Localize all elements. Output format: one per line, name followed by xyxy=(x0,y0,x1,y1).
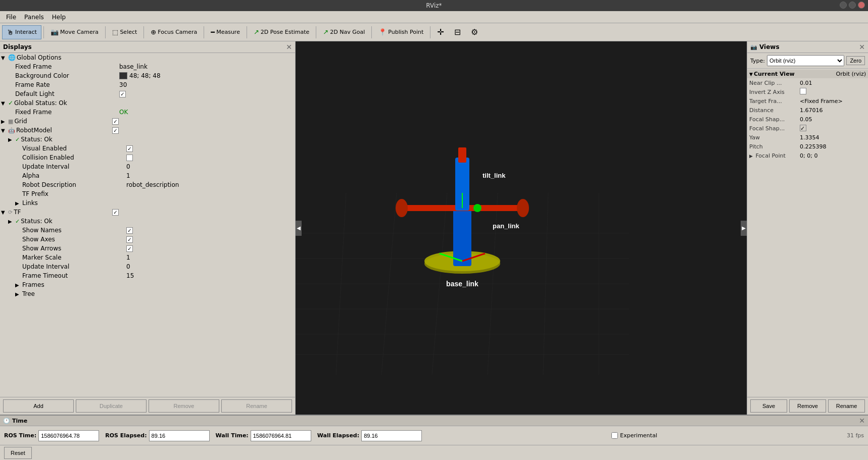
global-status-expand[interactable] xyxy=(1,100,7,106)
frame-rate-row[interactable]: Frame Rate 30 xyxy=(0,80,295,89)
near-clip-row[interactable]: Near Clip ... 0.01 xyxy=(747,78,868,87)
select-button[interactable]: ⬚ Select xyxy=(108,25,141,39)
global-options-row[interactable]: 🌐 Global Options xyxy=(0,53,295,62)
robot-model-checkbox[interactable] xyxy=(112,127,119,134)
default-light-row[interactable]: Default Light xyxy=(0,89,295,98)
menu-file[interactable]: File xyxy=(2,13,20,22)
current-view-expand[interactable]: ▼ xyxy=(749,72,753,77)
remove-button[interactable]: Remove xyxy=(149,399,219,413)
reset-button[interactable]: Reset xyxy=(4,447,32,459)
focal-shape1-row[interactable]: Focal Shap... 0.05 xyxy=(747,115,868,124)
global-options-expand[interactable] xyxy=(1,55,7,61)
wall-elapsed-input[interactable] xyxy=(361,430,422,441)
grid-expand[interactable] xyxy=(1,119,7,124)
minimize-button[interactable] xyxy=(840,2,847,9)
collapse-right-button[interactable]: ▶ xyxy=(741,221,747,236)
ros-time-input[interactable] xyxy=(38,430,99,441)
fixed-frame-row[interactable]: Fixed Frame base_link xyxy=(0,62,295,71)
alpha-row[interactable]: Alpha 1 xyxy=(0,171,295,180)
rename-button[interactable]: Rename xyxy=(221,399,292,413)
maximize-button[interactable] xyxy=(849,2,856,9)
add-button[interactable]: Add xyxy=(3,399,74,413)
pose-estimate-button[interactable]: ↗ 2D Pose Estimate xyxy=(249,25,314,39)
tree-row[interactable]: Tree xyxy=(0,289,295,298)
views-close-button[interactable]: ✕ xyxy=(859,43,865,51)
links-expand[interactable] xyxy=(15,200,21,206)
views-rename-button[interactable]: Rename xyxy=(828,399,865,413)
displays-close-button[interactable]: ✕ xyxy=(286,43,292,51)
pitch-row[interactable]: Pitch 0.225398 xyxy=(747,142,868,151)
measure-button[interactable]: ━ Measure xyxy=(206,25,245,39)
nav-goal-button[interactable]: ↗ 2D Nav Goal xyxy=(318,25,369,39)
interact-button[interactable]: 🖱 Interact xyxy=(2,25,41,39)
tf-status-expand[interactable] xyxy=(8,219,14,224)
views-save-button[interactable]: Save xyxy=(750,399,787,413)
robot-description-row[interactable]: Robot Description robot_description xyxy=(0,180,295,189)
show-names-row[interactable]: Show Names xyxy=(0,226,295,235)
grid-row[interactable]: ▦ Grid xyxy=(0,117,295,126)
tf-checkbox[interactable] xyxy=(112,209,119,216)
views-zero-button[interactable]: Zero xyxy=(846,56,865,65)
focal-point-expand[interactable]: ▶ xyxy=(749,154,753,159)
invert-z-row[interactable]: Invert Z Axis xyxy=(747,87,868,96)
publish-point-button[interactable]: 📍 Publish Point xyxy=(374,25,428,39)
close-button[interactable] xyxy=(858,2,865,9)
show-axes-row[interactable]: Show Axes xyxy=(0,235,295,244)
background-color-row[interactable]: Background Color 48; 48; 48 xyxy=(0,71,295,80)
move-camera-button[interactable]: 📷 Move Camera xyxy=(46,25,103,39)
focal-shape2-value: ✓ xyxy=(800,125,866,132)
duplicate-button[interactable]: Duplicate xyxy=(76,399,147,413)
show-axes-checkbox[interactable] xyxy=(126,236,133,243)
invert-z-checkbox[interactable] xyxy=(800,88,806,94)
frame-timeout-row[interactable]: Frame Timeout 15 xyxy=(0,271,295,280)
experimental-checkbox[interactable] xyxy=(611,432,618,439)
time-close-button[interactable]: ✕ xyxy=(859,417,865,425)
marker-scale-row[interactable]: Marker Scale 1 xyxy=(0,253,295,262)
robot-model-row[interactable]: 🤖 RobotModel xyxy=(0,126,295,135)
robot-status-expand[interactable] xyxy=(8,137,14,142)
collision-enabled-checkbox[interactable] xyxy=(126,155,133,161)
tf-prefix-row[interactable]: TF Prefix xyxy=(0,189,295,198)
zoom-out-button[interactable]: ⊟ xyxy=(450,25,465,39)
tree-expand[interactable] xyxy=(15,291,21,297)
collision-enabled-row[interactable]: Collision Enabled xyxy=(0,153,295,162)
tf-expand[interactable] xyxy=(1,210,7,215)
menu-panels[interactable]: Panels xyxy=(20,13,48,22)
robot-status-row[interactable]: ✓ Status: Ok xyxy=(0,135,295,144)
grid-checkbox[interactable] xyxy=(112,118,119,125)
views-remove-button[interactable]: Remove xyxy=(789,399,826,413)
views-type-select[interactable]: Orbit (rviz) FPS (rviz) TopDownOrtho (rv… xyxy=(767,55,844,66)
frames-row[interactable]: Frames xyxy=(0,280,295,289)
focal-shape2-row[interactable]: Focal Shap... ✓ xyxy=(747,124,868,133)
crosshair-button[interactable]: ✛ xyxy=(432,25,448,39)
distance-row[interactable]: Distance 1.67016 xyxy=(747,106,868,115)
show-arrows-row[interactable]: Show Arrows xyxy=(0,244,295,253)
visual-enabled-checkbox[interactable] xyxy=(126,145,133,152)
focus-camera-button[interactable]: ⊕ Focus Camera xyxy=(146,25,202,39)
frames-expand[interactable] xyxy=(15,282,21,288)
robot-update-interval-row[interactable]: Update Interval 0 xyxy=(0,162,295,171)
target-frame-row[interactable]: Target Fra... <Fixed Frame> xyxy=(747,96,868,106)
show-arrows-checkbox[interactable] xyxy=(126,245,133,252)
yaw-row[interactable]: Yaw 1.3354 xyxy=(747,133,868,142)
zoom-settings-button[interactable]: ⚙ xyxy=(466,25,483,39)
viewport[interactable]: base_link pan_link xyxy=(296,41,747,415)
collapse-left-button[interactable]: ◀ xyxy=(296,221,302,236)
links-row[interactable]: Links xyxy=(0,198,295,208)
global-status-row[interactable]: ✓ Global Status: Ok xyxy=(0,98,295,108)
robot-model-expand[interactable] xyxy=(1,128,7,133)
tf-update-interval-row[interactable]: Update Interval 0 xyxy=(0,262,295,271)
wall-time-input[interactable] xyxy=(251,430,311,441)
global-status-fixed-frame-row[interactable]: Fixed Frame OK xyxy=(0,108,295,117)
ros-elapsed-input[interactable] xyxy=(149,430,210,441)
default-light-checkbox[interactable] xyxy=(119,91,126,97)
tf-status-row[interactable]: ✓ Status: Ok xyxy=(0,217,295,226)
tf-row[interactable]: ⟳ TF xyxy=(0,208,295,217)
show-names-checkbox[interactable] xyxy=(126,227,133,234)
background-color-swatch[interactable] xyxy=(119,72,127,79)
menu-help[interactable]: Help xyxy=(48,13,70,22)
focal-point-row[interactable]: ▶ Focal Point 0; 0; 0 xyxy=(747,151,868,160)
invert-z-label: Invert Z Axis xyxy=(749,89,800,95)
visual-enabled-row[interactable]: Visual Enabled xyxy=(0,144,295,153)
focal-shape2-checkbox[interactable]: ✓ xyxy=(800,125,806,131)
